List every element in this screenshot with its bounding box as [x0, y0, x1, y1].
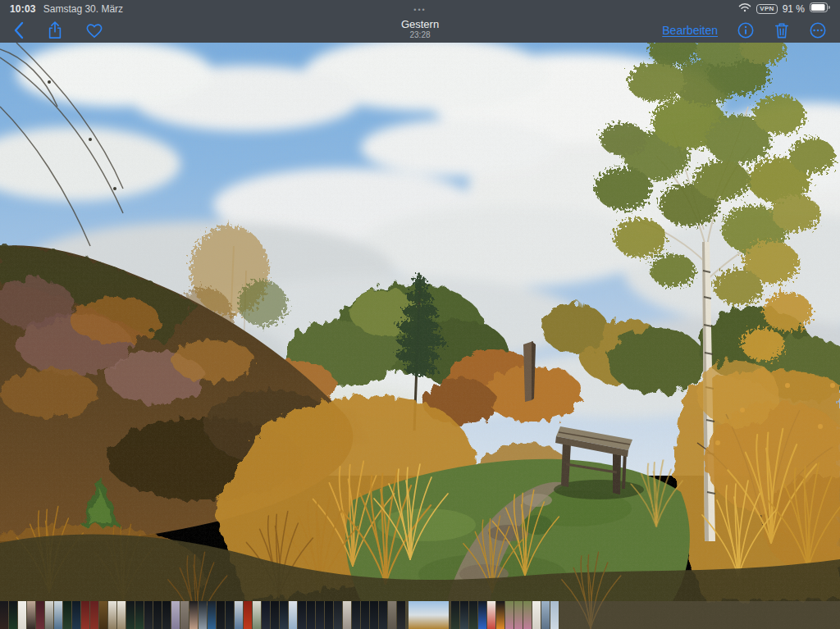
ellipsis-circle-icon [809, 21, 827, 39]
filmstrip-thumb[interactable] [99, 601, 107, 629]
filmstrip-thumb[interactable] [126, 601, 135, 629]
filmstrip-thumb[interactable] [144, 601, 153, 629]
filmstrip-thumb[interactable] [307, 601, 315, 629]
filmstrip-thumb[interactable] [208, 601, 216, 629]
filmstrip-thumb[interactable] [162, 601, 171, 629]
filmstrip[interactable] [0, 601, 840, 629]
wifi-icon [738, 2, 751, 15]
filmstrip-thumb[interactable] [27, 601, 35, 629]
filmstrip-thumb[interactable] [18, 601, 26, 629]
filmstrip-thumb[interactable] [9, 601, 17, 629]
filmstrip-thumb[interactable] [514, 601, 523, 629]
filmstrip-thumb[interactable] [63, 601, 71, 629]
delete-button[interactable] [774, 21, 790, 39]
top-bar: 10:03 Samstag 30. März VPN 91 % [0, 0, 840, 43]
vpn-badge: VPN [756, 4, 777, 14]
filmstrip-thumb[interactable] [370, 601, 378, 629]
filmstrip-thumb[interactable] [180, 601, 189, 629]
filmstrip-thumb[interactable] [550, 601, 559, 629]
filmstrip-thumb[interactable] [0, 601, 8, 629]
filmstrip-thumb[interactable] [352, 601, 360, 629]
filmstrip-thumb[interactable] [379, 601, 387, 629]
filmstrip-thumb[interactable] [108, 601, 116, 629]
filmstrip-thumbnails [0, 601, 840, 629]
filmstrip-thumb[interactable] [505, 601, 514, 629]
filmstrip-thumb[interactable] [523, 601, 532, 629]
filmstrip-thumb[interactable] [460, 601, 468, 629]
filmstrip-thumb[interactable] [397, 601, 405, 629]
filmstrip-thumb[interactable] [271, 601, 279, 629]
filmstrip-thumb[interactable] [262, 601, 270, 629]
filmstrip-thumb[interactable] [316, 601, 324, 629]
status-time: 10:03 [10, 3, 36, 15]
photo-toolbar: Gestern 23:28 Bearbeiten [0, 17, 840, 43]
filmstrip-thumb[interactable] [361, 601, 369, 629]
filmstrip-thumb[interactable] [244, 601, 252, 629]
filmstrip-thumb[interactable] [388, 601, 396, 629]
filmstrip-thumb[interactable] [343, 601, 351, 629]
status-date: Samstag 30. März [43, 3, 123, 15]
status-bar: 10:03 Samstag 30. März VPN 91 % [0, 0, 840, 17]
edit-button[interactable]: Bearbeiten [662, 24, 718, 37]
share-button[interactable] [47, 21, 63, 40]
filmstrip-thumb[interactable] [226, 601, 234, 629]
filmstrip-thumb[interactable] [235, 601, 243, 629]
chevron-left-icon [13, 21, 25, 39]
back-button[interactable] [13, 21, 25, 39]
filmstrip-thumb[interactable] [217, 601, 225, 629]
filmstrip-thumb-selected[interactable] [409, 601, 449, 629]
filmstrip-thumb[interactable] [153, 601, 162, 629]
filmstrip-thumb[interactable] [298, 601, 306, 629]
filmstrip-thumb[interactable] [532, 601, 541, 629]
share-icon [47, 21, 63, 40]
filmstrip-thumb[interactable] [36, 601, 44, 629]
filmstrip-thumb[interactable] [45, 601, 53, 629]
filmstrip-thumb[interactable] [253, 601, 261, 629]
filmstrip-thumb[interactable] [189, 601, 198, 629]
filmstrip-thumb[interactable] [289, 601, 297, 629]
filmstrip-thumb[interactable] [54, 601, 62, 629]
more-button[interactable] [809, 21, 827, 39]
trash-icon [774, 21, 790, 39]
filmstrip-thumb[interactable] [478, 601, 486, 629]
filmstrip-thumb[interactable] [90, 601, 98, 629]
battery-percent: 91 % [783, 3, 805, 15]
photo-autumn-landscape[interactable] [0, 0, 840, 629]
filmstrip-thumb[interactable] [135, 601, 144, 629]
filmstrip-thumb[interactable] [469, 601, 477, 629]
filmstrip-thumb[interactable] [117, 601, 126, 629]
photo-viewer[interactable] [0, 0, 840, 629]
filmstrip-thumb[interactable] [541, 601, 550, 629]
filmstrip-thumb[interactable] [334, 601, 342, 629]
favorite-button[interactable] [85, 22, 103, 39]
heart-icon [85, 22, 103, 39]
filmstrip-thumb[interactable] [496, 601, 504, 629]
battery-icon [810, 2, 830, 15]
filmstrip-thumb[interactable] [81, 601, 89, 629]
filmstrip-thumb[interactable] [451, 601, 459, 629]
filmstrip-thumb[interactable] [171, 601, 180, 629]
filmstrip-thumb[interactable] [325, 601, 333, 629]
filmstrip-thumb[interactable] [487, 601, 495, 629]
filmstrip-thumb[interactable] [72, 601, 80, 629]
filmstrip-thumb[interactable] [199, 601, 207, 629]
filmstrip-thumb[interactable] [280, 601, 288, 629]
info-button[interactable] [737, 21, 755, 39]
info-icon [737, 21, 755, 39]
